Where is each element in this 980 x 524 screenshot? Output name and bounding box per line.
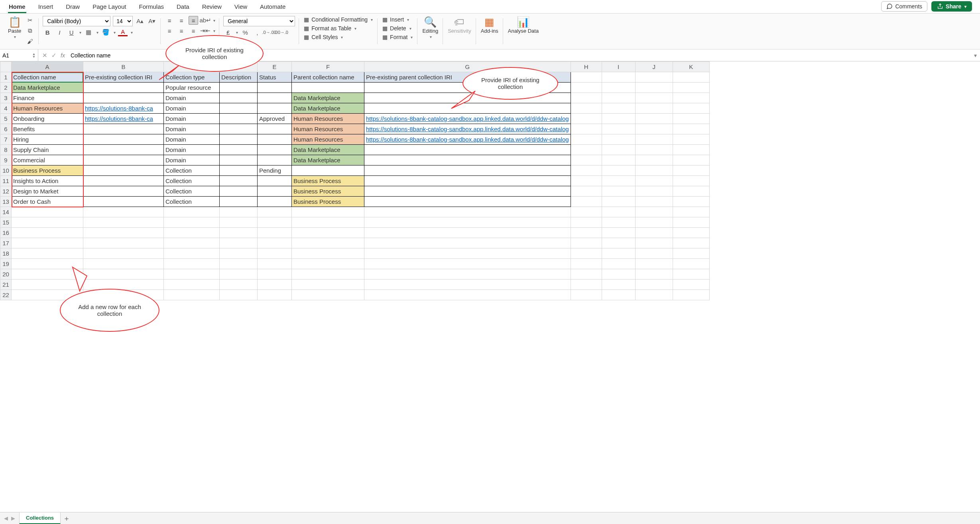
row-header-2[interactable]: 2 xyxy=(0,83,12,93)
cell-A22[interactable] xyxy=(12,290,83,300)
cell-F15[interactable] xyxy=(292,217,364,228)
cell-H7[interactable] xyxy=(571,134,602,145)
cell-D15[interactable] xyxy=(220,217,258,228)
comma-button[interactable]: , xyxy=(252,28,262,37)
cell-D12[interactable] xyxy=(220,186,258,197)
cell-H16[interactable] xyxy=(571,228,602,238)
row-header-4[interactable]: 4 xyxy=(0,103,12,114)
cell-D7[interactable] xyxy=(220,134,258,145)
align-bottom-button[interactable]: ≡ xyxy=(189,16,198,25)
tab-review[interactable]: Review xyxy=(201,1,222,13)
format-cells-button[interactable]: ▦Format▾ xyxy=(382,33,413,41)
row-header-19[interactable]: 19 xyxy=(0,259,12,269)
cell-J19[interactable] xyxy=(635,259,673,269)
cell-E20[interactable] xyxy=(258,269,292,280)
column-header-K[interactable]: K xyxy=(673,62,709,72)
cell-A17[interactable] xyxy=(12,238,83,248)
formula-input[interactable] xyxy=(69,52,971,59)
cell-H22[interactable] xyxy=(571,290,602,300)
cell-H2[interactable] xyxy=(571,83,602,93)
cell-J16[interactable] xyxy=(635,228,673,238)
column-header-J[interactable]: J xyxy=(635,62,673,72)
cell-A7[interactable]: Hiring xyxy=(12,134,83,145)
cell-K11[interactable] xyxy=(673,176,709,186)
cell-G17[interactable] xyxy=(364,238,571,248)
cell-G22[interactable] xyxy=(364,290,571,300)
align-right-button[interactable]: ≡ xyxy=(189,26,198,35)
cell-G5[interactable]: https://solutions-8bank-catalog-sandbox.… xyxy=(364,114,571,124)
cell-F12[interactable]: Business Process xyxy=(292,186,364,197)
cell-J21[interactable] xyxy=(635,280,673,290)
row-header-15[interactable]: 15 xyxy=(0,217,12,228)
select-all-cell[interactable] xyxy=(0,62,12,72)
cell-A21[interactable] xyxy=(12,280,83,290)
cell-I20[interactable] xyxy=(602,269,635,280)
cell-K12[interactable] xyxy=(673,186,709,197)
row-header-20[interactable]: 20 xyxy=(0,269,12,280)
addins-button[interactable]: ▦ Add-ins xyxy=(480,16,499,35)
cell-H14[interactable] xyxy=(571,207,602,217)
cell-G4[interactable] xyxy=(364,103,571,114)
cell-J15[interactable] xyxy=(635,217,673,228)
cell-E5[interactable]: Approved xyxy=(258,114,292,124)
cell-K17[interactable] xyxy=(673,238,709,248)
cell-styles-button[interactable]: ▦ Cell Styles▾ xyxy=(303,33,374,41)
editing-button[interactable]: 🔍 Editing▾ xyxy=(421,16,439,40)
column-header-G[interactable]: G xyxy=(364,62,571,72)
cell-D5[interactable] xyxy=(220,114,258,124)
cell-H10[interactable] xyxy=(571,165,602,176)
cell-I2[interactable] xyxy=(602,83,635,93)
cell-F7[interactable]: Human Resources xyxy=(292,134,364,145)
cell-G8[interactable] xyxy=(364,145,571,155)
cell-F9[interactable]: Data Marketplace xyxy=(292,155,364,165)
bold-button[interactable]: B xyxy=(43,28,52,37)
cell-K2[interactable] xyxy=(673,83,709,93)
cell-C11[interactable]: Collection xyxy=(164,176,220,186)
row-header-8[interactable]: 8 xyxy=(0,145,12,155)
cell-B21[interactable] xyxy=(83,280,164,290)
increase-font-button[interactable]: A▴ xyxy=(135,17,145,26)
cell-E10[interactable]: Pending xyxy=(258,165,292,176)
decrease-font-button[interactable]: A▾ xyxy=(147,17,157,26)
cell-I18[interactable] xyxy=(602,248,635,259)
cell-A11[interactable]: Insights to Action xyxy=(12,176,83,186)
cell-A8[interactable]: Supply Chain xyxy=(12,145,83,155)
insert-cells-button[interactable]: ▦Insert▾ xyxy=(382,16,413,23)
cell-B12[interactable] xyxy=(83,186,164,197)
cell-E18[interactable] xyxy=(258,248,292,259)
analyse-data-button[interactable]: 📊 Analyse Data xyxy=(507,16,539,35)
cell-J4[interactable] xyxy=(635,103,673,114)
cell-I5[interactable] xyxy=(602,114,635,124)
cell-D14[interactable] xyxy=(220,207,258,217)
percent-button[interactable]: % xyxy=(240,28,250,37)
cell-C19[interactable] xyxy=(164,259,220,269)
column-header-F[interactable]: F xyxy=(292,62,364,72)
row-header-21[interactable]: 21 xyxy=(0,280,12,290)
cell-K19[interactable] xyxy=(673,259,709,269)
cell-C12[interactable]: Collection xyxy=(164,186,220,197)
row-header-16[interactable]: 16 xyxy=(0,228,12,238)
cell-J8[interactable] xyxy=(635,145,673,155)
cell-I7[interactable] xyxy=(602,134,635,145)
cell-F4[interactable]: Data Marketplace xyxy=(292,103,364,114)
cell-D3[interactable] xyxy=(220,93,258,103)
cell-K6[interactable] xyxy=(673,124,709,134)
cell-J5[interactable] xyxy=(635,114,673,124)
cell-E7[interactable] xyxy=(258,134,292,145)
cell-K9[interactable] xyxy=(673,155,709,165)
cell-I9[interactable] xyxy=(602,155,635,165)
row-header-5[interactable]: 5 xyxy=(0,114,12,124)
cell-J7[interactable] xyxy=(635,134,673,145)
cell-A16[interactable] xyxy=(12,228,83,238)
currency-button[interactable]: ₤ xyxy=(223,28,233,37)
cell-E6[interactable] xyxy=(258,124,292,134)
cell-B18[interactable] xyxy=(83,248,164,259)
borders-button[interactable]: ▦ xyxy=(84,28,93,37)
cell-F1[interactable]: Parent collection name xyxy=(292,72,364,83)
cell-F21[interactable] xyxy=(292,280,364,290)
cell-F19[interactable] xyxy=(292,259,364,269)
cell-E11[interactable] xyxy=(258,176,292,186)
cell-C20[interactable] xyxy=(164,269,220,280)
cell-J20[interactable] xyxy=(635,269,673,280)
cell-D18[interactable] xyxy=(220,248,258,259)
